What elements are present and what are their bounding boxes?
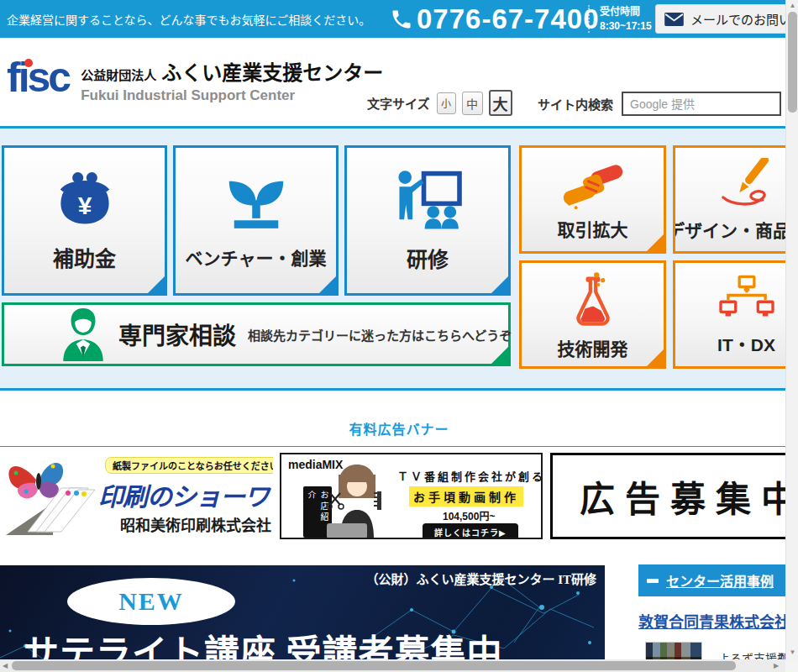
new-badge-text: NEW (118, 587, 184, 616)
case-studies-heading[interactable]: センター活用事例 (638, 564, 798, 596)
recruit-text: 広告募集中 (580, 470, 798, 522)
hours-value: 8:30~17:15 (600, 19, 652, 34)
org-type: 公益財団法人 (81, 66, 156, 83)
tile-label: 補助金 (53, 242, 116, 272)
vertical-scrollbar-thumb[interactable] (788, 12, 797, 113)
tile-it-dx[interactable]: IT・DX (673, 260, 798, 369)
phone-number: 0776-67-7400 (417, 2, 600, 36)
mediamix-price: 104,500円~ (443, 508, 495, 522)
corner-fold-icon (491, 347, 508, 364)
corner-fold-icon (647, 349, 664, 366)
corner-fold-icon (319, 276, 336, 293)
org-name-en: Fukui Industrial Support Center (81, 87, 383, 104)
ad-banner-mediamix[interactable]: mediaMIX お店紹介 ＴＶ番組制作会社が創る お手頃動画制作 104,50… (280, 453, 543, 539)
tile-training[interactable]: 研修 (344, 145, 511, 296)
tile-label: ベンチャー・創業 (186, 244, 327, 270)
corner-fold-icon (148, 276, 165, 293)
mediamix-line1: ＴＶ番組制作会社が創る (397, 468, 543, 484)
fontsize-medium-button[interactable]: 中 (462, 92, 483, 115)
fontsize-control: 文字サイズ 小 中 大 (367, 90, 518, 116)
hours-label: 受付時間 (600, 5, 652, 19)
tile-label: 取引拡大 (558, 216, 628, 241)
topbar: 企業経営に関することなら、どんな事でもお気軽にご相談ください。 0776-67-… (0, 0, 798, 38)
paid-ads-section: 有料広告バナー 紙製ファイルのことならお任せください 印刷のショーワ (0, 388, 798, 554)
scroll-right-arrow-icon[interactable]: ▶ (774, 662, 779, 669)
sprout-icon (221, 172, 291, 234)
site-search: サイト内検索 (538, 92, 781, 116)
expert-subtitle: 相談先カテゴリーに迷った方はこちらへどうぞ (248, 326, 512, 344)
case-studies-heading-text: センター活用事例 (666, 570, 774, 591)
training-icon (390, 169, 465, 233)
ads-divider (0, 446, 798, 447)
tile-label: デザイン・商品開発 (673, 217, 798, 242)
category-tiles-section: ¥ 補助金 ベンチャー・創業 (0, 129, 798, 388)
corner-fold-icon (647, 234, 664, 251)
satellite-course-hero-banner[interactable]: （公財）ふくい産業支援センター IT研修 NEW サテライト講座 受講者募集中 (0, 565, 605, 672)
tile-subsidy[interactable]: ¥ 補助金 (2, 145, 167, 296)
tile-tech-development[interactable]: 技術開発 (519, 260, 666, 369)
network-icon (716, 274, 778, 326)
fisc-logo-mark: fisc (7, 48, 69, 107)
logo-text: 公益財団法人 ふくい産業支援センター Fukui Industrial Supp… (81, 48, 383, 104)
scrollbar-corner (785, 659, 798, 672)
vertical-scrollbar[interactable]: ▲ ▼ (785, 0, 798, 659)
fontsize-large-button[interactable]: 大 (489, 90, 512, 116)
caret-down-icon[interactable]: ▼ (778, 651, 785, 659)
tile-trade-expansion[interactable]: 取引拡大 (519, 145, 666, 254)
tile-label: IT・DX (717, 331, 775, 356)
dash-bullet-icon (647, 579, 659, 583)
case-study-link[interactable]: 敦賀合同青果株式会社 (638, 610, 798, 632)
ad-banner-recruit[interactable]: 広告募集中 (550, 453, 798, 539)
expert-title: 専門家相談 (118, 318, 236, 351)
site-search-label: サイト内検索 (538, 95, 613, 113)
reception-hours: 受付時間 8:30~17:15 (588, 5, 652, 33)
flask-icon (565, 270, 621, 330)
mediamix-cta-button[interactable]: 詳しくはコチラ▶ (423, 523, 518, 539)
new-badge: NEW (67, 578, 235, 625)
site-search-input[interactable] (622, 92, 781, 116)
expert-consultation-banner[interactable]: 専門家相談 相談先カテゴリーに迷った方はこちらへどうぞ (2, 302, 511, 366)
logo-red-dot (24, 59, 33, 67)
tile-venture[interactable]: ベンチャー・創業 (173, 145, 339, 296)
pen-icon (712, 158, 781, 212)
corner-fold-icon (491, 276, 508, 293)
showa-title: 印刷のショーワ (98, 476, 269, 513)
scroll-left-arrow-icon[interactable]: ◀ (3, 662, 8, 669)
tile-label: 技術開発 (558, 335, 628, 360)
scroll-up-arrow-icon[interactable]: ▲ (786, 2, 798, 9)
purse-icon: ¥ (52, 170, 118, 232)
phone-icon (390, 8, 413, 31)
ads-heading: 有料広告バナー (0, 391, 798, 438)
site-header: fisc 公益財団法人 ふくい産業支援センター Fukui Industrial… (0, 38, 798, 129)
site-logo[interactable]: fisc 公益財団法人 ふくい産業支援センター Fukui Industrial… (7, 48, 383, 107)
consultant-avatar-icon (61, 307, 105, 361)
svg-text:¥: ¥ (77, 191, 92, 218)
envelope-icon (664, 13, 684, 26)
hairdresser-illustration (320, 461, 394, 538)
hero-note: （公財）ふくい産業支援センター IT研修 (365, 570, 596, 587)
phone-group: 0776-67-7400 (390, 2, 600, 36)
topbar-tagline: 企業経営に関することなら、どんな事でもお気軽にご相談ください。 (7, 11, 370, 28)
fontsize-label: 文字サイズ (367, 94, 430, 112)
case-studies-sidebar: センター活用事例 敦賀合同青果株式会社 よろず支援拠点 ▼ (638, 564, 798, 672)
org-name: ふくい産業支援センター (161, 56, 383, 86)
fontsize-small-button[interactable]: 小 (437, 92, 456, 114)
showa-company: 昭和美術印刷株式会社 (120, 513, 271, 535)
horizontal-scrollbar[interactable]: ◀ ▶ (0, 659, 798, 672)
horizontal-scrollbar-thumb[interactable] (12, 661, 736, 670)
tile-design-product[interactable]: デザイン・商品開発 (673, 145, 798, 254)
mail-contact-button[interactable]: メールでのお問い合わせ (655, 4, 798, 34)
ad-banner-showa[interactable]: 紙製ファイルのことならお任せください 印刷のショーワ 昭和美術印刷株式会社 (4, 454, 273, 538)
showa-tagline: 紙製ファイルのことならお任せください (105, 457, 273, 474)
tile-label: 研修 (407, 243, 449, 273)
butterfly-print-icon (4, 454, 105, 538)
mail-button-label: メールでのお問い合わせ (690, 10, 798, 28)
scroll-down-arrow-icon[interactable]: ▼ (786, 648, 798, 656)
handshake-icon (559, 159, 627, 211)
mediamix-line2: お手頃動画制作 (409, 486, 523, 507)
fisc-homepage: 企業経営に関することなら、どんな事でもお気軽にご相談ください。 0776-67-… (0, 0, 798, 672)
